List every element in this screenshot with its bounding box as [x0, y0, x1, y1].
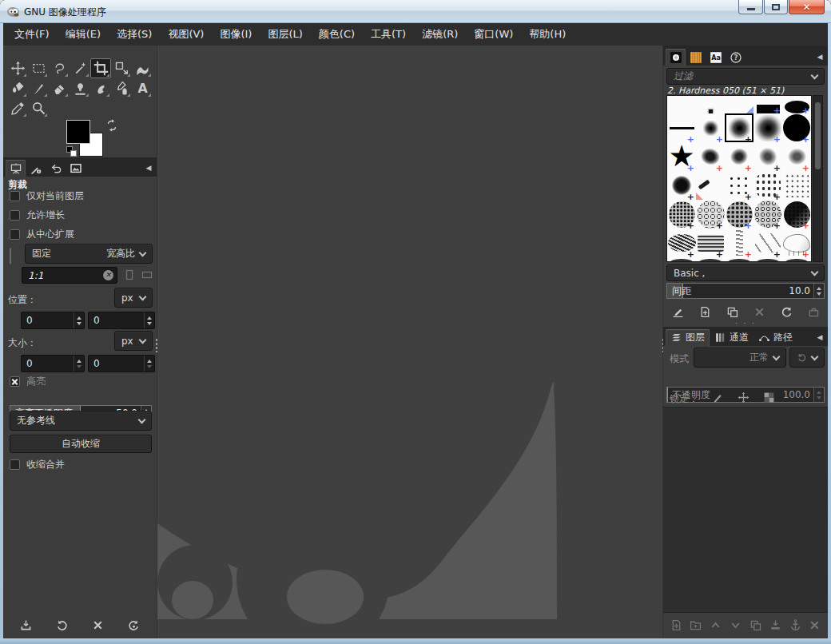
refresh-brushes-button[interactable] — [777, 303, 796, 320]
merge-down-button[interactable] — [765, 616, 785, 634]
guides-dropdown[interactable]: 无参考线 — [10, 411, 152, 431]
current-layer-only-checkbox[interactable] — [10, 191, 20, 201]
lock-position-button[interactable] — [734, 388, 753, 406]
lock-alpha-button[interactable] — [759, 388, 778, 406]
maximize-button[interactable] — [764, 0, 788, 14]
lock-pixels-button[interactable] — [708, 388, 727, 406]
tool-smudge-button[interactable] — [90, 78, 111, 98]
dock-menu-arrow-icon[interactable]: ◀ — [813, 331, 826, 344]
brush-grid-scrollbar[interactable] — [813, 95, 823, 262]
brush-cell[interactable]: + — [667, 171, 696, 200]
spin-arrows[interactable] — [813, 284, 824, 298]
brush-cell[interactable] — [753, 257, 782, 262]
option-highlight[interactable]: 高亮 — [10, 375, 46, 388]
size-unit-dropdown[interactable]: px — [114, 331, 153, 351]
position-unit-dropdown[interactable]: px — [114, 288, 153, 308]
menu-windows[interactable]: 窗口(W) — [466, 23, 521, 46]
splitter-grip-left[interactable] — [155, 338, 158, 352]
spin-arrows[interactable] — [74, 312, 84, 328]
tool-ink-button[interactable] — [111, 78, 132, 98]
foreground-color-swatch[interactable] — [66, 120, 90, 144]
tool-warp-transform-button[interactable] — [132, 58, 153, 78]
brush-cell[interactable]: + — [753, 142, 782, 171]
open-brush-location-button[interactable] — [804, 303, 823, 320]
brush-cell[interactable]: + — [667, 200, 696, 229]
dock-menu-arrow-icon[interactable]: ◀ — [142, 161, 155, 174]
layers-dock-tab-channels[interactable]: 通道 — [710, 329, 753, 346]
brushes-dock-tab-fonts[interactable]: Aa — [706, 49, 726, 66]
left-dock-tab-tool-options[interactable] — [6, 160, 26, 177]
duplicate-layer-button[interactable] — [746, 616, 765, 634]
scrollbar-thumb[interactable] — [815, 102, 821, 169]
tool-move-button[interactable] — [7, 58, 28, 78]
spin-arrows[interactable] — [144, 356, 154, 372]
brush-cell[interactable]: ★+ — [667, 142, 696, 171]
canvas[interactable] — [157, 46, 663, 638]
option-current-layer-only[interactable]: 仅对当前图层 — [10, 189, 84, 203]
brush-cell[interactable]: + — [725, 171, 753, 200]
brush-cell[interactable] — [667, 257, 696, 262]
lower-layer-button[interactable] — [726, 616, 746, 634]
minimize-button[interactable] — [738, 0, 763, 14]
brush-cell[interactable] — [696, 96, 725, 113]
brush-cell[interactable]: + — [753, 200, 782, 229]
brush-cell[interactable] — [696, 171, 725, 200]
menu-select[interactable]: 选择(S) — [109, 23, 160, 46]
brushes-dock-tab-document-history[interactable]: ? — [726, 49, 746, 66]
menu-view[interactable]: 视图(V) — [160, 23, 212, 46]
brush-cell[interactable] — [667, 96, 696, 113]
swap-colors-icon[interactable] — [105, 119, 118, 132]
brush-cell[interactable]: + — [753, 229, 782, 257]
brush-cell[interactable]: + — [753, 96, 782, 113]
size-width-spinner[interactable]: 0 — [21, 355, 85, 372]
brush-cell[interactable]: + — [696, 200, 725, 229]
spin-arrows[interactable] — [74, 356, 84, 372]
duplicate-brush-button[interactable] — [722, 303, 742, 320]
menu-image[interactable]: 图像(I) — [212, 23, 260, 46]
landscape-orientation-icon[interactable] — [141, 268, 153, 281]
close-button[interactable]: ✕ — [789, 0, 825, 14]
delete-brush-button[interactable] — [749, 303, 769, 320]
option-shrink-merged[interactable]: 收缩合并 — [10, 458, 65, 471]
aspect-ratio-input[interactable]: 1:1 ✕ — [22, 267, 117, 284]
tool-zoom-button[interactable] — [28, 98, 49, 118]
brush-cell[interactable]: + — [667, 113, 696, 142]
brush-cell[interactable] — [725, 96, 753, 113]
tool-crop-button[interactable] — [90, 58, 111, 78]
brush-cell[interactable] — [725, 257, 753, 262]
left-dock-tab-undo-history[interactable] — [46, 160, 66, 177]
brushes-dock-tab-brushes[interactable] — [666, 49, 686, 66]
brush-cell[interactable] — [782, 171, 811, 200]
mode-switch-button[interactable] — [789, 348, 825, 368]
brush-cell[interactable]: + — [725, 229, 753, 257]
menu-colors[interactable]: 颜色(C) — [311, 23, 363, 46]
auto-shrink-button[interactable]: 自动收缩 — [10, 435, 152, 453]
reset-tool-options-button[interactable] — [125, 616, 144, 634]
allow-growing-checkbox[interactable] — [10, 210, 20, 221]
new-layer-group-button[interactable] — [686, 616, 706, 634]
option-allow-growing[interactable]: 允许增长 — [10, 209, 65, 222]
position-y-spinner[interactable]: 0 — [88, 312, 155, 329]
tool-eraser-button[interactable] — [49, 78, 70, 98]
size-height-spinner[interactable]: 0 — [88, 355, 155, 372]
brush-cell[interactable]: + — [753, 113, 782, 142]
brush-cell[interactable]: + — [782, 229, 811, 257]
brush-cell[interactable]: + — [696, 113, 725, 142]
tool-paintbrush-button[interactable] — [28, 78, 49, 98]
brush-spacing-slider[interactable]: 间距 10.0 — [666, 283, 825, 299]
delete-tool-preset-button[interactable] — [89, 616, 108, 634]
clear-icon[interactable]: ✕ — [103, 270, 113, 280]
delete-layer-button[interactable] — [805, 616, 825, 634]
brush-cell[interactable]: + — [782, 142, 811, 171]
tool-fuzzy-select-button[interactable] — [70, 58, 90, 78]
portrait-orientation-icon[interactable] — [123, 268, 136, 281]
option-expand-from-center[interactable]: 从中心扩展 — [10, 228, 74, 241]
left-dock-tab-images[interactable] — [66, 160, 85, 177]
new-brush-button[interactable] — [695, 303, 714, 320]
fixed-checkbox[interactable] — [10, 248, 11, 264]
tool-color-picker-button[interactable] — [7, 98, 28, 118]
brush-filter-input[interactable]: 过滤 — [666, 68, 825, 85]
brush-cell[interactable]: + — [782, 200, 811, 229]
save-tool-preset-button[interactable] — [17, 616, 36, 634]
menu-file[interactable]: 文件(F) — [6, 23, 58, 46]
